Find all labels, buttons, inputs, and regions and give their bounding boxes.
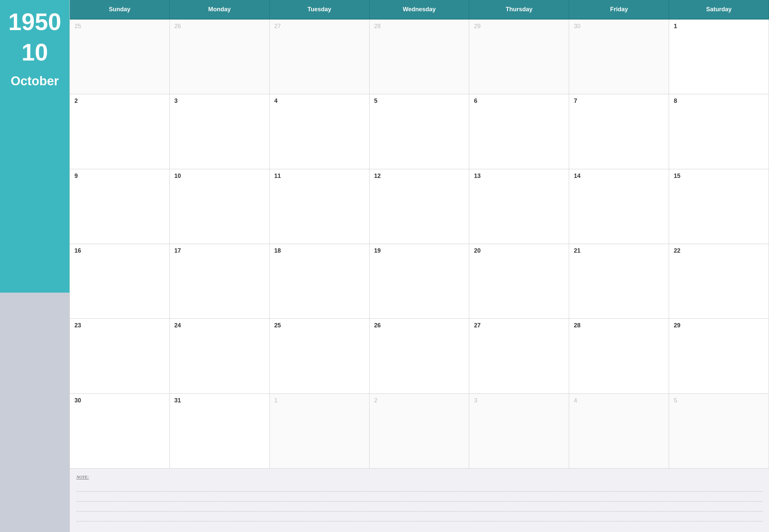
day-number: 1 [674, 23, 764, 30]
day-number: 10 [174, 173, 265, 180]
day-cell[interactable]: 25 [70, 20, 170, 94]
day-cell[interactable]: 16 [70, 244, 170, 319]
day-cell[interactable]: 30 [569, 20, 669, 94]
day-number: 31 [174, 397, 265, 404]
day-cell[interactable]: 18 [270, 244, 370, 319]
day-cell[interactable]: 3 [170, 94, 270, 169]
note-line-3 [76, 502, 762, 512]
day-header-monday: Monday [170, 0, 270, 20]
day-number: 22 [674, 247, 764, 254]
day-cell[interactable]: 20 [469, 244, 569, 319]
day-cell[interactable]: 1 [270, 394, 370, 469]
day-number: 27 [274, 23, 365, 30]
day-header-wednesday: Wednesday [370, 0, 469, 20]
day-cell[interactable]: 23 [70, 319, 170, 393]
day-number: 30 [74, 397, 165, 404]
notes-section: NOTE: [69, 469, 769, 532]
day-number: 18 [274, 247, 365, 254]
day-number: 7 [574, 98, 664, 104]
day-number: 23 [74, 322, 165, 329]
day-cell[interactable]: 6 [469, 94, 569, 169]
day-cell[interactable]: 11 [270, 169, 370, 244]
day-cell[interactable]: 26 [170, 20, 270, 94]
day-cell[interactable]: 22 [669, 244, 769, 319]
day-number: 6 [474, 98, 564, 104]
day-number: 27 [474, 322, 564, 329]
day-number: 19 [374, 247, 465, 254]
day-number: 25 [74, 23, 165, 30]
day-number: 28 [574, 322, 664, 329]
day-cell[interactable]: 1 [669, 20, 769, 94]
day-cell[interactable]: 8 [669, 94, 769, 169]
sidebar: 1950 10 October [0, 0, 69, 532]
day-number: 4 [574, 397, 664, 404]
day-cell[interactable]: 10 [170, 169, 270, 244]
day-number: 3 [474, 397, 564, 404]
day-number: 29 [474, 23, 564, 30]
day-number: 12 [374, 173, 465, 180]
day-cell[interactable]: 7 [569, 94, 669, 169]
day-cell[interactable]: 2 [370, 394, 469, 469]
day-cell[interactable]: 14 [569, 169, 669, 244]
day-number: 21 [574, 247, 664, 254]
day-number: 14 [574, 173, 664, 180]
month-name-label: October [11, 74, 59, 88]
day-number: 25 [274, 322, 365, 329]
day-cell[interactable]: 19 [370, 244, 469, 319]
note-line-4 [76, 512, 762, 521]
day-cell[interactable]: 5 [669, 394, 769, 469]
day-number: 30 [574, 23, 664, 30]
day-number: 17 [174, 247, 265, 254]
day-header-saturday: Saturday [669, 0, 769, 20]
day-number: 26 [374, 322, 465, 329]
day-number: 20 [474, 247, 564, 254]
day-header-tuesday: Tuesday [270, 0, 370, 20]
day-cell[interactable]: 3 [469, 394, 569, 469]
day-number: 4 [274, 98, 365, 104]
day-cell[interactable]: 15 [669, 169, 769, 244]
day-number: 11 [274, 173, 365, 180]
day-cell[interactable]: 31 [170, 394, 270, 469]
day-number: 15 [674, 173, 764, 180]
day-header-friday: Friday [569, 0, 669, 20]
day-cell[interactable]: 5 [370, 94, 469, 169]
day-cell[interactable]: 28 [569, 319, 669, 393]
day-number: 16 [74, 247, 165, 254]
day-number: 8 [674, 98, 764, 104]
day-cell[interactable]: 29 [669, 319, 769, 393]
day-header-thursday: Thursday [469, 0, 569, 20]
day-number: 5 [374, 98, 465, 104]
day-cell[interactable]: 28 [370, 20, 469, 94]
day-cell[interactable]: 4 [569, 394, 669, 469]
day-number: 13 [474, 173, 564, 180]
page: 1950 10 October SundayMondayTuesdayWedne… [0, 0, 769, 532]
day-number: 2 [74, 98, 165, 104]
day-cell[interactable]: 13 [469, 169, 569, 244]
day-cell[interactable]: 27 [469, 319, 569, 393]
note-line-2 [76, 492, 762, 502]
day-cell[interactable]: 27 [270, 20, 370, 94]
day-cell[interactable]: 24 [170, 319, 270, 393]
calendar-area: SundayMondayTuesdayWednesdayThursdayFrid… [69, 0, 769, 532]
year-label: 1950 [8, 10, 61, 34]
day-cell[interactable]: 25 [270, 319, 370, 393]
day-number: 5 [674, 397, 764, 404]
day-cell[interactable]: 9 [70, 169, 170, 244]
day-cell[interactable]: 26 [370, 319, 469, 393]
day-cell[interactable]: 4 [270, 94, 370, 169]
calendar-grid: SundayMondayTuesdayWednesdayThursdayFrid… [69, 0, 769, 469]
day-cell[interactable]: 12 [370, 169, 469, 244]
note-line-1 [76, 482, 762, 492]
day-cell[interactable]: 17 [170, 244, 270, 319]
day-cell[interactable]: 21 [569, 244, 669, 319]
month-number-label: 10 [21, 40, 48, 64]
day-header-sunday: Sunday [70, 0, 170, 20]
day-cell[interactable]: 2 [70, 94, 170, 169]
day-number: 3 [174, 98, 265, 104]
day-cell[interactable]: 29 [469, 20, 569, 94]
day-number: 26 [174, 23, 265, 30]
note-label: NOTE: [76, 474, 762, 480]
day-number: 2 [374, 397, 465, 404]
day-number: 1 [274, 397, 365, 404]
day-cell[interactable]: 30 [70, 394, 170, 469]
